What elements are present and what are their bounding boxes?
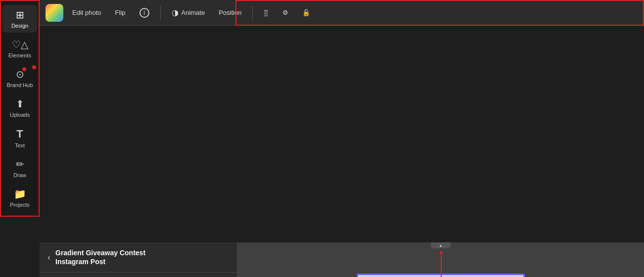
red-arrow-up-icon: ▲	[438, 248, 444, 255]
animate-button[interactable]: ◑ Animate	[167, 5, 210, 20]
toolbar-divider-2	[252, 6, 253, 20]
sidebar-item-uploads[interactable]: ⬆ Uploads	[2, 94, 37, 122]
red-arrow-vertical: ▲	[441, 252, 442, 277]
panel-header: ‹ Gradient Giveaway Contest Instagram Po…	[40, 242, 237, 273]
grid-button[interactable]: ⣿	[259, 6, 274, 19]
sidebar-item-draw[interactable]: ✏ Draw	[2, 154, 37, 182]
toolbar-divider-1	[160, 6, 161, 20]
lock-icon: 🔓	[302, 9, 310, 16]
gradient-button[interactable]	[46, 4, 63, 22]
lock-button[interactable]: 🔓	[297, 6, 315, 19]
info-button[interactable]: i	[135, 5, 154, 21]
canvas-content: ▲ ◄ 🗑 ··· ↻	[237, 242, 644, 277]
sidebar-item-text[interactable]: T Text	[2, 124, 37, 152]
panel-wrapper: ‹ Gradient Giveaway Contest Instagram Po…	[40, 217, 237, 277]
panel-title: Gradient Giveaway Contest Instagram Post	[55, 248, 145, 266]
brand-hub-icon: ⊙	[16, 68, 24, 80]
uploads-icon: ⬆	[16, 98, 24, 110]
sidebar-item-text-label: Text	[15, 142, 25, 148]
projects-icon: 📁	[14, 188, 26, 200]
sidebar-item-draw-label: Draw	[13, 172, 26, 178]
align-button[interactable]: ⚙	[277, 6, 293, 19]
sidebar-item-design-label: Design	[11, 23, 28, 29]
text-icon: T	[16, 128, 23, 140]
sidebar-item-design[interactable]: ⊞ Design	[2, 5, 37, 33]
left-sidebar: ⊞ Design ♡△ Elements ⊙ Brand Hub ⬆ Uploa…	[0, 0, 40, 217]
top-toolbar: Edit photo Flip i ◑ Animate Position ⣿ ⚙…	[40, 0, 644, 26]
sidebar-item-elements[interactable]: ♡△ Elements	[2, 35, 37, 62]
panel-back-button[interactable]: ‹	[47, 252, 50, 263]
edit-photo-button[interactable]: Edit photo	[67, 6, 106, 19]
canvas-scroll[interactable]: ▲ ◄ 🗑 ··· ↻	[237, 242, 644, 277]
position-button[interactable]: Position	[214, 6, 246, 19]
canvas-area: ▲ ▲ ◄ 🗑 ···	[237, 242, 644, 277]
sidebar-item-elements-label: Elements	[8, 52, 31, 58]
info-icon: i	[139, 8, 149, 18]
design-panel: ‹ Gradient Giveaway Contest Instagram Po…	[40, 242, 237, 277]
design-icon: ⊞	[16, 9, 24, 21]
sidebar-item-uploads-label: Uploads	[10, 112, 30, 118]
sidebar-item-projects-label: Projects	[10, 202, 30, 208]
flip-button[interactable]: Flip	[110, 6, 131, 19]
draw-icon: ✏	[16, 158, 24, 170]
grid-icon: ⣿	[264, 9, 269, 16]
align-icon: ⚙	[282, 9, 288, 16]
sidebar-item-brand-hub[interactable]: ⊙ Brand Hub	[2, 64, 37, 92]
elements-icon: ♡△	[12, 39, 28, 50]
sidebar-item-brand-hub-label: Brand Hub	[7, 82, 33, 88]
template-style-section: Template style THE SEASON THE SEASONS LI…	[40, 273, 237, 277]
sidebar-item-projects[interactable]: 📁 Projects	[2, 184, 37, 212]
animate-icon: ◑	[172, 8, 179, 17]
sidebar-spacer	[0, 217, 40, 277]
main-layout: ‹ Gradient Giveaway Contest Instagram Po…	[0, 217, 644, 277]
